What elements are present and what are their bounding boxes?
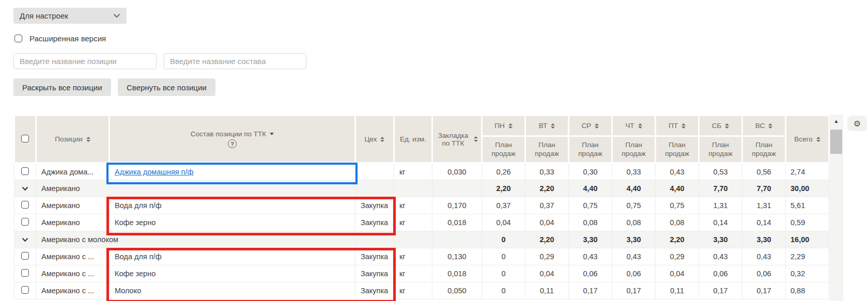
row-checkbox[interactable]	[21, 252, 29, 260]
scrollbar-thumb[interactable]	[830, 130, 842, 154]
unit-cell	[394, 231, 432, 248]
unit-cell: кг	[394, 163, 432, 180]
day-value-cell: 0,04	[525, 214, 569, 231]
day-value-cell: 0,43	[569, 248, 612, 265]
row-checkbox[interactable]	[21, 218, 29, 226]
day-value-cell: 0,43	[742, 248, 786, 265]
day-value-cell: 0,04	[482, 214, 525, 231]
item-row: Аджика дома...Аджика домашняя п/фкг0,030…	[14, 163, 829, 180]
column-header-positions[interactable]: Позиции	[36, 116, 110, 163]
day-value-cell: 3,30	[612, 231, 656, 248]
expand-all-button[interactable]: Раскрыть все позиции	[13, 78, 111, 96]
day-value-cell: 0,53	[699, 163, 742, 180]
day-value-cell: 2,20	[656, 231, 699, 248]
day-value-cell: 0,37	[482, 197, 525, 214]
sort-icon	[551, 123, 555, 129]
total-cell: 0,32	[786, 265, 829, 282]
day-value-cell: 0,17	[569, 282, 612, 299]
day-value-cell: 1,31	[699, 197, 742, 214]
position-name-cell: Американо с ...	[36, 265, 110, 282]
day-value-cell: 0,75	[612, 197, 656, 214]
column-header-day-СР[interactable]: СР	[569, 116, 612, 136]
sort-icon	[508, 123, 513, 129]
workshop-cell	[355, 231, 394, 248]
table-settings-button[interactable]: ⚙	[847, 116, 867, 131]
day-value-cell: 0,04	[525, 265, 569, 282]
help-icon[interactable]: ?	[228, 139, 237, 148]
position-name-cell: Американо с ...	[36, 282, 110, 299]
preset-dropdown[interactable]: Для настроек	[13, 8, 127, 24]
day-value-cell: 0,30	[569, 163, 612, 180]
column-header-workshop[interactable]: Цех	[355, 116, 394, 163]
row-checkbox[interactable]	[21, 286, 29, 294]
day-value-cell: 0,43	[699, 248, 742, 265]
column-header-day-ПН[interactable]: ПН	[482, 116, 525, 136]
day-value-cell: 2,20	[525, 180, 569, 197]
column-subheader-plan: План продаж	[569, 136, 612, 163]
unit-cell: кг	[394, 214, 432, 231]
row-checkbox[interactable]	[21, 167, 29, 175]
column-header-unit: Ед. изм.	[394, 116, 432, 163]
composition-cell: Аджика домашняя п/ф	[110, 163, 355, 180]
collapse-all-button[interactable]: Свернуть все позиции	[118, 78, 215, 96]
day-value-cell: 0,08	[612, 214, 656, 231]
scroll-up-arrow-icon[interactable]: ▲	[829, 115, 843, 128]
portion-cell: 0,130	[432, 248, 482, 265]
column-header-day-ЧТ[interactable]: ЧТ	[612, 116, 656, 136]
day-value-cell: 4,40	[656, 180, 699, 197]
composition-cell: Молоко	[110, 282, 355, 299]
column-header-day-ПТ[interactable]: ПТ	[656, 116, 699, 136]
chevron-down-icon[interactable]	[22, 186, 28, 191]
column-header-composition[interactable]: Состав позиции по ТТК ?	[110, 116, 355, 163]
unit-cell: кг	[394, 265, 432, 282]
position-name-cell: Американо	[36, 180, 355, 197]
row-checkbox[interactable]	[21, 269, 29, 277]
vertical-scrollbar[interactable]: ▲	[829, 115, 843, 301]
composition-search-input[interactable]	[164, 53, 306, 69]
item-row: Американо с ...Кофе зерноЗакупкакг0,0180…	[14, 265, 829, 282]
portion-cell: 0,170	[432, 197, 482, 214]
position-name-cell: Американо с молоком	[36, 231, 355, 248]
workshop-cell: Закупка	[355, 214, 394, 231]
day-value-cell: 0	[482, 282, 525, 299]
workshop-cell: Закупка	[355, 248, 394, 265]
column-header-day-СБ[interactable]: СБ	[699, 116, 742, 136]
column-subheader-plan: План продаж	[699, 136, 742, 163]
chevron-down-icon[interactable]	[22, 237, 28, 242]
row-checkbox[interactable]	[21, 201, 29, 209]
column-header-total[interactable]: Всего	[786, 116, 829, 163]
portion-cell	[432, 180, 482, 197]
column-header-day-ВС[interactable]: ВС	[742, 116, 786, 136]
chevron-down-icon	[113, 13, 120, 18]
item-row: АмериканоВода для п/фЗакупкакг0,1700,370…	[14, 197, 829, 214]
day-value-cell: 0,26	[482, 163, 525, 180]
day-value-cell: 0,08	[656, 214, 699, 231]
row-checkbox-cell	[14, 197, 36, 214]
day-value-cell: 2,20	[482, 180, 525, 197]
composition-link[interactable]: Аджика домашняя п/ф	[115, 168, 193, 176]
unit-cell	[394, 180, 432, 197]
column-header-day-ВТ[interactable]: ВТ	[525, 116, 569, 136]
day-value-cell: 0	[482, 248, 525, 265]
day-value-cell: 0,06	[742, 265, 786, 282]
select-all-checkbox[interactable]	[21, 135, 29, 142]
positions-table: Позиции Состав позиции по ТТК ? Цех Ед. …	[13, 115, 830, 299]
total-cell: 2,29	[786, 248, 829, 265]
sort-icon	[380, 137, 384, 142]
day-value-cell: 0,14	[699, 214, 742, 231]
group-toggle-cell	[14, 180, 36, 197]
position-name-cell: Американо с ...	[36, 248, 110, 265]
extended-version-checkbox[interactable]	[14, 35, 22, 42]
column-header-portion[interactable]: Закладка по ТТК	[432, 116, 482, 163]
day-value-cell: 0,11	[656, 282, 699, 299]
day-value-cell: 0,06	[569, 265, 612, 282]
day-value-cell: 0,17	[612, 282, 656, 299]
position-search-input[interactable]	[13, 53, 157, 69]
gear-icon: ⚙	[854, 119, 861, 129]
day-value-cell: 0,56	[742, 163, 786, 180]
column-subheader-plan: План продаж	[482, 136, 525, 163]
day-value-cell: 3,30	[569, 231, 612, 248]
day-value-cell: 0,11	[525, 282, 569, 299]
sort-icon	[474, 136, 478, 142]
composition-cell: Кофе зерно	[110, 265, 355, 282]
